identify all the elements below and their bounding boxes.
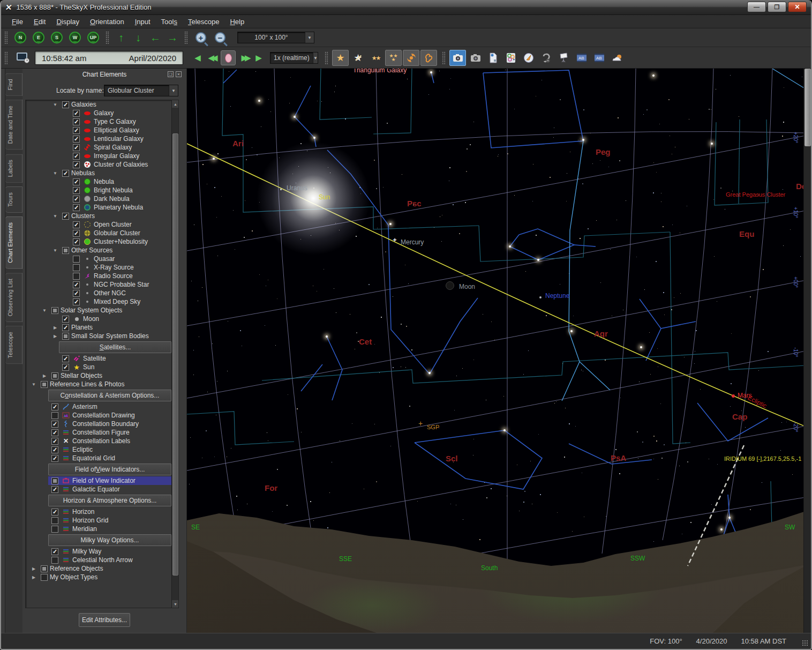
checkbox-satellite[interactable]: ✓ (62, 355, 69, 362)
open-expander-icon[interactable]: ▼ (51, 214, 59, 219)
tree-item-ecliptic[interactable]: ✓Ecliptic (26, 445, 171, 454)
checkbox-quasar[interactable] (73, 256, 80, 263)
tree-item-sun[interactable]: ✓★Sun (26, 363, 171, 371)
close-button[interactable]: ✕ (788, 2, 807, 12)
tree-item-milky-way[interactable]: ✓Milky Way (26, 547, 171, 556)
zoom-in-button[interactable]: + (196, 32, 206, 43)
tree-item-x-ray-source[interactable]: X-Ray Source (26, 263, 171, 272)
checkbox-dark-nebula[interactable]: ✓ (73, 196, 80, 203)
checkbox-moon[interactable]: ✓ (62, 316, 69, 323)
satellites-button[interactable]: Satellites... (59, 341, 171, 353)
checkbox-globular-cluster[interactable]: ✓ (73, 230, 80, 237)
edit-attributes-button[interactable]: Edit Attributes... (79, 613, 130, 627)
fast-back-button[interactable]: ◀◀ (205, 53, 219, 63)
tree-item-constellation-labels[interactable]: ✓✕Constellation Labels (26, 437, 171, 445)
drawing-tools-button[interactable] (520, 50, 537, 66)
tree-item-constellation-boundary[interactable]: ✓Constellation Boundary (26, 420, 171, 428)
checkbox-open-cluster[interactable]: ✓ (73, 221, 80, 228)
tree-item-horizon-grid[interactable]: Horizon Grid (26, 516, 171, 525)
checkbox-galaxies[interactable]: ✓ (62, 101, 69, 108)
tree-item-nebulas[interactable]: ▼✓Nebulas (26, 169, 171, 177)
locate-dropdown[interactable]: Globular Cluster ▼ (104, 85, 178, 96)
open-expander-icon[interactable]: ▼ (51, 102, 59, 107)
checkbox-equatorial-grid[interactable]: ✓ (51, 455, 58, 462)
menu-edit[interactable]: Edit (28, 16, 51, 27)
checkbox-horizon-grid[interactable] (51, 517, 58, 524)
tree-item-planetary-nebula[interactable]: ✓Planetary Nebula (26, 203, 171, 212)
tree-item-my-object-types[interactable]: ▶My Object Types (26, 573, 171, 581)
orient-w-button[interactable]: W (69, 32, 81, 43)
tab-tours[interactable]: Tours (5, 186, 22, 213)
menu-display[interactable]: Display (51, 16, 85, 27)
stop-time-button[interactable] (221, 50, 236, 65)
tree-item-quasar[interactable]: Quasar (26, 255, 171, 263)
orient-up-button[interactable]: UP (87, 32, 99, 43)
constellation-asterism-options-button[interactable]: Constellation & Asterism Options... (48, 390, 171, 401)
checkbox-ngc-probable-star[interactable]: ✓ (73, 281, 80, 288)
menu-orientation[interactable]: Orientation (85, 16, 130, 27)
sky-vertical-scrollbar[interactable] (803, 69, 811, 633)
checkbox-nebula[interactable]: ✓ (73, 178, 80, 185)
close-panel-icon[interactable]: ✕ (176, 71, 182, 77)
tree-item-radio-source[interactable]: Radio Source (26, 272, 171, 280)
tree-item-equatorial-grid[interactable]: ✓Equatorial Grid (26, 454, 171, 462)
double-stars-button[interactable]: ★★ (367, 50, 384, 66)
checkbox-bright-nebula[interactable]: ✓ (73, 187, 80, 194)
title-bar[interactable]: ✕ 1536 x 888* - TheSkyX Professional Edi… (1, 0, 811, 15)
stars-toggle-button[interactable]: ★ (332, 50, 349, 66)
play-button[interactable]: ▶ (252, 53, 266, 63)
tree-item-galactic-equator[interactable]: ✓Galactic Equator (26, 485, 171, 494)
tab-chart-elements[interactable]: Chart Elements (5, 216, 22, 269)
checkbox-milky-way[interactable]: ✓ (51, 548, 58, 555)
closed-expander-icon[interactable]: ▶ (41, 373, 48, 378)
tree-item-ngc-probable-star[interactable]: ✓NGC Probable Star (26, 280, 171, 289)
open-expander-icon[interactable]: ▼ (30, 382, 37, 387)
checkbox-planets[interactable]: ✓ (62, 324, 69, 331)
float-panel-icon[interactable]: ❏ (168, 71, 174, 77)
toolbar-grip[interactable] (106, 31, 109, 44)
tab-telescope[interactable]: Telescope (5, 326, 22, 364)
open-expander-icon[interactable]: ▼ (51, 248, 59, 253)
atmosphere-button[interactable] (608, 50, 625, 66)
tree-item-other-ngc[interactable]: ✓Other NGC (26, 289, 171, 297)
toolbar-grip[interactable] (4, 31, 8, 44)
tree-item-type-c-galaxy[interactable]: ✓Type C Galaxy (26, 117, 171, 126)
tree-item-bright-nebula[interactable]: ✓Bright Nebula (26, 186, 171, 195)
menu-file[interactable]: File (6, 16, 28, 27)
tab-find[interactable]: Find (5, 73, 22, 96)
tree-item-reference-lines-photos[interactable]: ▼Reference Lines & Photos (26, 380, 171, 388)
checkbox-field-of-view-indicator[interactable] (51, 477, 58, 484)
checkbox-celestial-north-arrow[interactable] (51, 557, 58, 564)
checkbox-constellation-drawing[interactable] (51, 412, 58, 419)
checkbox-solar-system-objects[interactable] (51, 307, 58, 314)
checkbox-asterism[interactable]: ✓ (51, 404, 58, 410)
tree-item-planets[interactable]: ▶✓Planets (26, 323, 171, 332)
projector-button[interactable] (555, 50, 572, 66)
tree-item-solar-system-objects[interactable]: ▼Solar System Objects (26, 306, 171, 315)
sky-chart[interactable]: ✦+ Triangulum GalaxyAriPegUranusSunPscGr… (187, 69, 806, 634)
tab-date-and-time[interactable]: Date and Time (5, 100, 22, 150)
checkbox-reference-lines-photos[interactable] (41, 381, 48, 388)
tree-item-lenticular-galaxy[interactable]: ✓Lenticular Galaxy (26, 135, 171, 143)
nebula-toggle-button[interactable] (420, 50, 437, 66)
tree-item-reference-objects[interactable]: ▶Reference Objects (26, 564, 171, 573)
orient-n-button[interactable]: N (14, 32, 26, 43)
checkbox-lenticular-galaxy[interactable]: ✓ (73, 136, 80, 143)
menu-help[interactable]: Help (224, 16, 250, 27)
scroll-up-icon[interactable]: ▲ (172, 100, 179, 108)
checkbox-nebulas[interactable]: ✓ (62, 170, 69, 177)
tree-item-celestial-north-arrow[interactable]: Celestial North Arrow (26, 556, 171, 564)
text-labels-button[interactable]: AB (573, 50, 590, 66)
checkbox-type-c-galaxy[interactable]: ✓ (73, 118, 80, 125)
tree-item-elliptical-galaxy[interactable]: ✓Elliptical Galaxy (26, 126, 171, 135)
checkbox-reference-objects[interactable] (41, 565, 48, 572)
closed-expander-icon[interactable]: ▶ (51, 325, 59, 330)
tab-observing-list[interactable]: Observing List (5, 273, 22, 322)
camera-button[interactable] (467, 50, 484, 66)
star-field-button[interactable]: ★★★ (385, 50, 402, 66)
tree-item-cluster-of-galaxies[interactable]: ✓Cluster of Galaxies (26, 160, 171, 169)
scroll-up-arrow-button[interactable]: ↑ (112, 32, 130, 43)
zoom-out-button[interactable]: − (215, 32, 225, 43)
time-field[interactable]: 10:58:42 am April/20/2020 (35, 51, 183, 65)
closed-expander-icon[interactable]: ▶ (51, 334, 59, 339)
